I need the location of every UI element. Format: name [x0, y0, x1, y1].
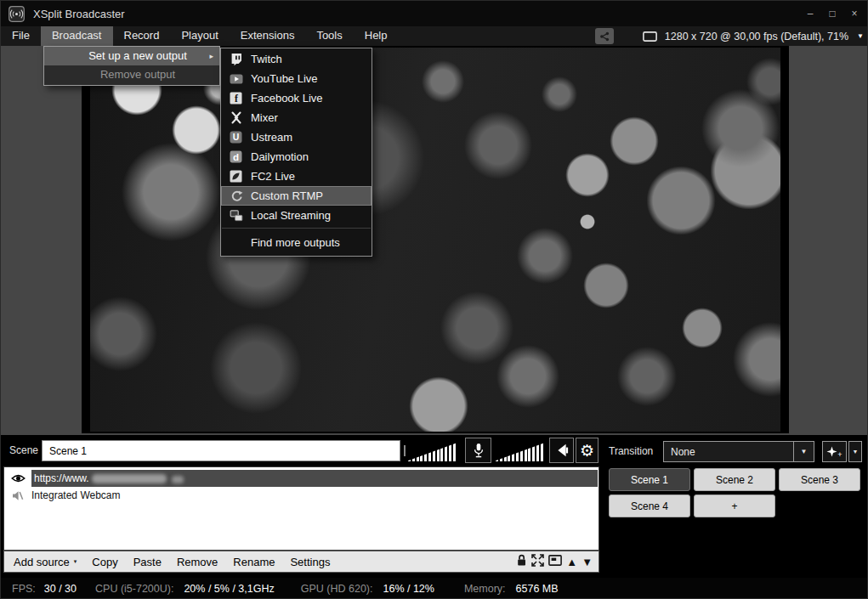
visibility-eye-icon[interactable]: [4, 473, 31, 483]
submenu-item-mixer[interactable]: Mixer: [221, 108, 372, 127]
lock-icon[interactable]: [516, 554, 527, 569]
scenes-panel: Scene 1 Scene 2 Scene 3 Scene 4 +: [609, 468, 866, 517]
close-button[interactable]: ×: [843, 1, 865, 26]
submenu-item-local-streaming[interactable]: Local Streaming: [221, 206, 372, 225]
menu-item-setup-output[interactable]: Set up a new output ▸: [44, 47, 219, 65]
twitch-icon: [221, 53, 251, 66]
microphone-button[interactable]: [465, 438, 491, 463]
fps-label: FPS:: [12, 583, 36, 595]
speaker-button[interactable]: [549, 438, 574, 463]
speaker-level-meter: [496, 441, 545, 461]
sources-panel: https://www. Integrated Webcam: [3, 466, 599, 551]
video-preview[interactable]: [90, 48, 780, 432]
move-down-icon[interactable]: ▼: [582, 557, 593, 568]
add-transition-effect-button[interactable]: +: [822, 441, 847, 462]
source-row-webcam[interactable]: Integrated Webcam: [4, 487, 599, 504]
share-button[interactable]: [595, 28, 614, 44]
menu-tools[interactable]: Tools: [305, 26, 353, 46]
scene-button-2[interactable]: Scene 2: [694, 468, 775, 491]
remove-button[interactable]: Remove: [169, 556, 225, 568]
status-bar: FPS: 30 / 30 CPU (i5-7200U): 20% / 5% / …: [1, 578, 868, 599]
gpu-label: GPU (HD 620):: [301, 583, 373, 595]
fullscreen-expand-icon[interactable]: [531, 554, 544, 569]
memory-value: 6576 MB: [516, 583, 559, 595]
menu-file[interactable]: File: [1, 26, 41, 46]
redacted-url-text-2: [172, 476, 184, 483]
pip-layout-icon[interactable]: [548, 555, 562, 568]
local-streaming-icon: [221, 209, 251, 222]
output-submenu: Twitch YouTube Live f Facebook Live Mixe…: [220, 48, 372, 257]
mixer-icon: [221, 111, 251, 124]
source-toolbar: Add source ▾ Copy Paste Remove Rename Se…: [3, 551, 599, 573]
mic-level-meter: [408, 441, 457, 461]
transition-caret-icon[interactable]: ▼: [793, 442, 814, 461]
add-scene-button[interactable]: +: [694, 494, 775, 517]
cpu-label: CPU (i5-7200U):: [95, 583, 173, 595]
copy-button[interactable]: Copy: [84, 556, 125, 568]
submenu-item-twitch[interactable]: Twitch: [221, 49, 372, 69]
fps-value: 30 / 30: [44, 583, 77, 595]
broadcast-menu: Set up a new output ▸ Remove output: [43, 46, 220, 86]
menu-broadcast[interactable]: Broadcast: [41, 26, 113, 46]
svg-text:U: U: [233, 132, 240, 142]
transition-select[interactable]: None ▼: [663, 441, 814, 462]
ustream-icon: U: [221, 131, 251, 144]
sparkle-icon: [826, 446, 838, 458]
svg-text:f: f: [235, 93, 238, 104]
window-title: XSplit Broadcaster: [33, 8, 125, 20]
menu-record[interactable]: Record: [113, 26, 171, 46]
settings-button[interactable]: Settings: [282, 556, 338, 568]
transition-label: Transition: [609, 445, 653, 457]
custom-rtmp-icon: [221, 189, 251, 202]
submenu-item-fc2[interactable]: FC2 Live: [221, 167, 372, 186]
microphone-icon: [473, 443, 485, 459]
transition-effect-caret[interactable]: ▼: [848, 441, 862, 462]
stage: [1, 46, 868, 435]
submenu-item-facebook[interactable]: f Facebook Live: [221, 88, 372, 108]
minimize-button[interactable]: –: [799, 1, 821, 26]
submenu-separator: [222, 228, 371, 229]
add-source-caret-icon: ▾: [74, 558, 77, 565]
menu-playout[interactable]: Playout: [170, 26, 229, 46]
scene-button-1[interactable]: Scene 1: [609, 468, 690, 491]
svg-text:d: d: [233, 152, 239, 162]
gpu-value: 16% / 12%: [383, 583, 434, 595]
fc2-icon: [221, 170, 251, 183]
youtube-icon: [221, 74, 251, 84]
move-up-icon[interactable]: ▲: [566, 557, 577, 568]
dailymotion-icon: d: [221, 150, 251, 163]
submenu-item-dailymotion[interactable]: d Dailymotion: [221, 147, 372, 167]
settings-gear-button[interactable]: ⚙: [576, 438, 599, 463]
memory-label: Memory:: [464, 583, 506, 595]
scene-button-4[interactable]: Scene 4: [609, 494, 690, 517]
scene-name-input[interactable]: [42, 440, 400, 461]
muted-audio-icon[interactable]: [4, 490, 31, 501]
menu-help[interactable]: Help: [354, 26, 399, 46]
source-name-selected: https://www.: [31, 470, 598, 487]
menu-item-remove-output[interactable]: Remove output: [44, 65, 219, 84]
redacted-url-text: [92, 474, 167, 483]
scene-button-3[interactable]: Scene 3: [779, 468, 860, 491]
facebook-icon: f: [221, 92, 251, 105]
xsplit-logo-icon: [9, 6, 25, 22]
rename-button[interactable]: Rename: [225, 556, 282, 568]
submenu-item-custom-rtmp[interactable]: Custom RTMP: [221, 186, 372, 206]
submenu-item-ustream[interactable]: U Ustream: [221, 127, 372, 147]
paste-button[interactable]: Paste: [126, 556, 169, 568]
resolution-cluster[interactable]: 1280 x 720 @ 30,00 fps (Default), 71% ▼: [595, 26, 864, 46]
menu-extensions[interactable]: Extensions: [230, 26, 306, 46]
scene-label: Scene: [9, 444, 38, 456]
resolution-caret-icon[interactable]: ▼: [857, 32, 864, 40]
add-source-button[interactable]: Add source ▾: [4, 556, 84, 568]
title-bar: XSplit Broadcaster – □ ×: [1, 1, 868, 26]
meter-divider: [404, 445, 406, 456]
xsplit-window: XSplit Broadcaster – □ × File Broadcast …: [0, 0, 868, 599]
scene-bar: Scene ⚙ Transition None ▼ + ▼: [1, 435, 868, 466]
source-row-url[interactable]: https://www.: [4, 470, 599, 487]
maximize-button[interactable]: □: [821, 1, 843, 26]
cpu-value: 20% / 5% / 3,1GHz: [184, 583, 274, 595]
submenu-arrow-icon: ▸: [209, 47, 213, 65]
submenu-item-find-more[interactable]: Find more outputs: [221, 231, 372, 253]
resolution-status: 1280 x 720 @ 30,00 fps (Default), 71%: [665, 31, 848, 42]
submenu-item-youtube[interactable]: YouTube Live: [221, 69, 372, 88]
